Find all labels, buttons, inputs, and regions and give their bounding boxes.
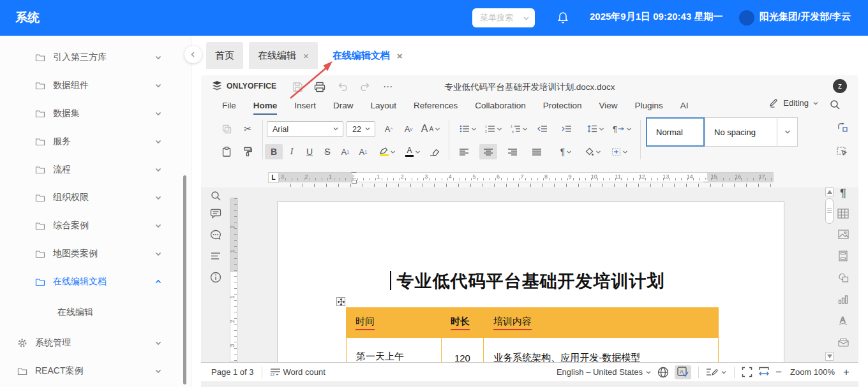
comments-icon[interactable] [209, 207, 223, 220]
table-row[interactable]: 第一天上午 120 业务系统架构、应用开发-数据模型 [346, 338, 719, 362]
find-icon[interactable] [209, 189, 223, 202]
menu-insert[interactable]: Insert [294, 97, 316, 115]
scroll-down-button[interactable] [825, 352, 834, 361]
sidebar-collapse-button[interactable] [184, 46, 202, 63]
superscript-button[interactable]: A1 [336, 144, 354, 159]
search-icon[interactable] [830, 99, 841, 110]
horizontal-ruler[interactable]: 3211234567891011121314151617 [279, 172, 774, 182]
document-table[interactable]: 时间 时长 培训内容 第一天上午 120 业务系统架构、应用开发-数据模型 [346, 307, 719, 362]
multilevel-list-icon[interactable]: 1a [506, 121, 532, 136]
numbered-list-icon[interactable]: 12 [481, 121, 506, 136]
sidebar-item-comprehensive-cases[interactable]: 综合案例 [0, 212, 186, 240]
paragraph-settings-icon[interactable]: ¶ [835, 187, 851, 200]
close-icon[interactable]: × [397, 50, 403, 61]
menu-protection[interactable]: Protection [543, 97, 582, 115]
language-select[interactable]: English – United States [557, 367, 652, 377]
tab-online-edit[interactable]: 在线编辑 × [249, 42, 318, 69]
chart-settings-icon[interactable] [835, 293, 851, 305]
tab-online-edit-docs[interactable]: 在线编辑文档 × [324, 42, 412, 69]
sidebar-item-system-management[interactable]: 系统管理 [0, 329, 186, 357]
replace-icon[interactable] [833, 120, 851, 135]
sidebar-item-dataset[interactable]: 数据集 [0, 99, 186, 128]
menu-draw[interactable]: Draw [333, 97, 354, 115]
underline-button[interactable]: U [301, 144, 318, 159]
styles-gallery-expand[interactable] [777, 117, 798, 147]
document-scrollbar[interactable] [825, 187, 834, 362]
highlight-color-button[interactable] [375, 144, 400, 159]
font-size-select[interactable]: 22 [347, 121, 375, 137]
tab-home[interactable]: 首页 [206, 42, 243, 69]
menu-layout[interactable]: Layout [371, 97, 397, 115]
sidebar-item-services[interactable]: 服务 [0, 128, 186, 156]
sidebar-item-react-cases[interactable]: REACT案例 [0, 357, 186, 385]
change-case-icon[interactable]: AA [418, 121, 444, 136]
scrollbar-thumb[interactable] [825, 198, 834, 224]
line-spacing-icon[interactable] [583, 121, 608, 136]
menu-home[interactable]: Home [253, 97, 278, 115]
table-header-cell[interactable]: 时长 [441, 307, 484, 338]
increase-font-icon[interactable]: A^ [380, 121, 398, 136]
format-painter-icon[interactable] [239, 144, 257, 159]
cut-icon[interactable]: ✂ [239, 121, 257, 136]
page-indicator[interactable]: Page 1 of 3 [211, 367, 254, 377]
bullet-list-icon[interactable] [455, 121, 481, 136]
copy-icon[interactable] [218, 121, 236, 136]
menu-view[interactable]: View [599, 97, 618, 115]
align-left-icon[interactable] [455, 144, 473, 159]
justify-icon[interactable] [528, 144, 546, 159]
table-cell[interactable]: 业务系统架构、应用开发-数据模型 [484, 338, 718, 362]
word-count-button[interactable]: 12 Word count [270, 367, 326, 377]
document-page[interactable]: 专业低代码平台基础开发培训计划 时间 时长 培训内容 第一天上午 120 [277, 201, 784, 362]
chat-icon[interactable] [209, 228, 223, 241]
image-settings-icon[interactable] [835, 228, 851, 240]
paste-icon[interactable] [218, 144, 236, 159]
subscript-button[interactable]: A1 [354, 144, 372, 159]
document-heading[interactable]: 专业低代码平台基础开发培训计划 [278, 270, 784, 293]
select-tool-icon[interactable] [833, 144, 851, 159]
strikethrough-button[interactable]: S [318, 144, 336, 159]
decrease-font-icon[interactable]: Av [400, 121, 417, 136]
user-avatar[interactable] [739, 10, 754, 26]
menu-ai[interactable]: AI [680, 97, 689, 115]
sidebar-item-third-party-lib[interactable]: 引入第三方库 [0, 43, 186, 71]
table-header-cell[interactable]: 培训内容 [484, 307, 719, 338]
zoom-level[interactable]: Zoom 100% [790, 367, 835, 377]
increase-indent-icon[interactable] [558, 121, 576, 136]
header-footer-settings-icon[interactable] [835, 249, 851, 262]
table-cell[interactable]: 第一天上午 [347, 338, 442, 362]
fit-width-icon[interactable] [758, 367, 770, 377]
save-icon[interactable] [289, 80, 306, 94]
menu-search-select[interactable]: 菜单搜索 [472, 8, 535, 27]
style-normal[interactable]: Normal [646, 117, 705, 147]
sidebar-item-online-edit-docs[interactable]: 在线编辑文档 [0, 268, 186, 296]
table-header-cell[interactable]: 时间 [346, 307, 441, 338]
sidebar-item-org-permissions[interactable]: 组织权限 [0, 184, 186, 212]
sidebar-item-map-cases[interactable]: 地图类案例 [0, 240, 186, 268]
shading-icon[interactable] [580, 144, 606, 159]
close-icon[interactable]: × [303, 50, 309, 61]
fit-page-icon[interactable] [742, 367, 752, 377]
editor-user-badge[interactable]: z [833, 79, 847, 93]
table-cell[interactable]: 120 [442, 338, 484, 362]
menu-plugins[interactable]: Plugins [635, 97, 663, 115]
table-header-row[interactable]: 时间 时长 培训内容 [346, 307, 719, 338]
sidebar-item-online-edit[interactable]: 在线编辑 [0, 298, 186, 326]
editing-mode-select[interactable]: Editing [769, 98, 819, 108]
sidebar-scrollbar[interactable] [183, 175, 186, 384]
bell-icon[interactable] [557, 11, 569, 24]
align-right-icon[interactable] [504, 144, 521, 159]
nonprinting-characters-icon[interactable]: ¶ [553, 144, 579, 159]
track-changes-button[interactable] [706, 367, 727, 377]
tab-stop-selector[interactable]: L [268, 172, 279, 183]
decrease-indent-icon[interactable] [534, 121, 551, 136]
about-info-icon[interactable] [209, 271, 223, 284]
table-settings-icon[interactable] [835, 207, 851, 220]
menu-references[interactable]: References [414, 97, 458, 115]
sidebar-item-data-components[interactable]: 数据组件 [0, 71, 186, 99]
style-no-spacing[interactable]: No spacing [705, 117, 777, 147]
menu-file[interactable]: File [222, 97, 236, 115]
vertical-ruler[interactable]: 211234 [230, 198, 238, 362]
spell-check-toggle[interactable]: A [675, 365, 691, 379]
menu-collaboration[interactable]: Collaboration [475, 97, 526, 115]
shape-settings-icon[interactable] [835, 271, 851, 284]
